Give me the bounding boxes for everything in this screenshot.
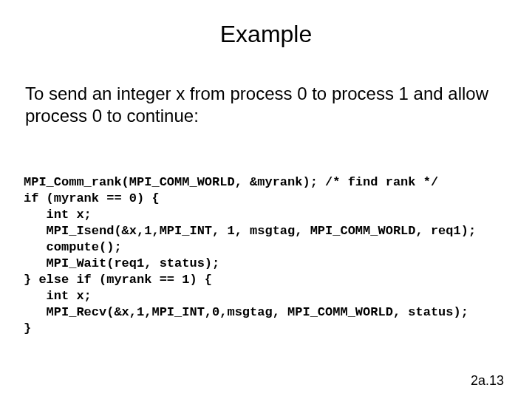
slide: Example To send an integer x from proces… <box>0 0 532 399</box>
page-number: 2a.13 <box>471 373 504 389</box>
slide-description: To send an integer x from process 0 to p… <box>25 83 498 127</box>
slide-title: Example <box>0 21 532 48</box>
code-block: MPI_Comm_rank(MPI_COMM_WORLD, &myrank); … <box>24 174 476 337</box>
